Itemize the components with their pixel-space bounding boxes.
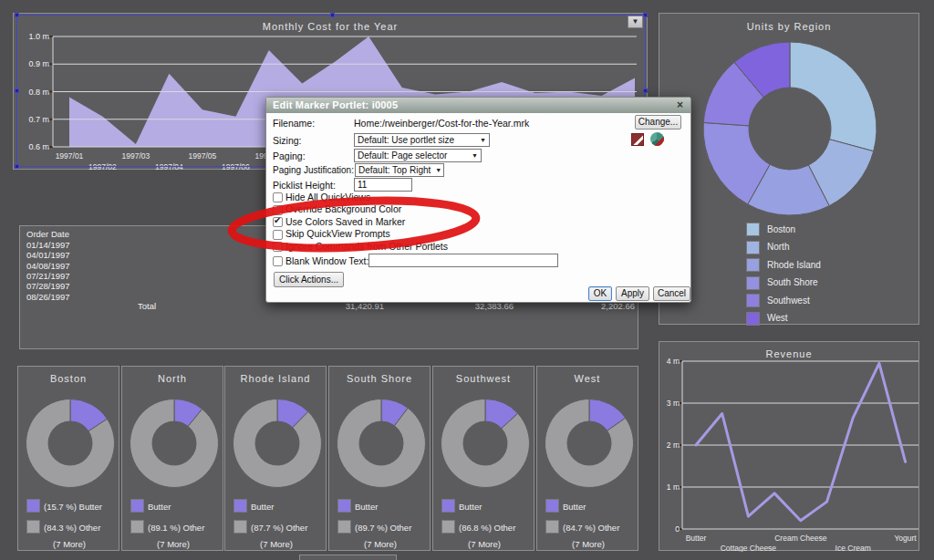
dialog-title: Edit Marker Portlet: i0005 [273, 99, 398, 110]
tab-units-of-butter-sold[interactable]: Units of Butter Sold [299, 555, 397, 560]
portlet-menu-button[interactable]: ▼ [628, 16, 643, 28]
paging-select[interactable]: Default: Page selector ▼ [354, 149, 482, 162]
legend-swatch-butter [545, 499, 559, 513]
legend-swatch [746, 223, 760, 236]
paging-justification-selected-value: Default: Top Right [358, 164, 431, 176]
svg-text:Ice Cream: Ice Cream [835, 544, 871, 552]
chart-title: Southwest [433, 373, 534, 384]
checkbox-label: Hide All QuickViews [285, 192, 370, 202]
legend-swatch-other [337, 520, 351, 534]
dashboard-page: 0.6 m0.7 m0.8 m0.9 m1.0 m1997/011997/021… [0, 0, 934, 560]
chart-title: South Shore [329, 373, 430, 384]
blank-window-checkbox[interactable] [273, 256, 283, 266]
svg-text:Butter: Butter [686, 534, 707, 543]
legend-swatch [746, 258, 760, 272]
paging-justification-select[interactable]: Default: Top Right ▼ [355, 163, 444, 177]
dropdown-caret-icon: ▼ [435, 164, 441, 176]
legend-label: North [767, 242, 789, 252]
legend-swatch [746, 312, 760, 326]
apply-button[interactable]: Apply [616, 286, 649, 301]
legend-label-butter: Butter [459, 502, 482, 512]
filename-label: Filename: [273, 118, 315, 129]
legend-swatch-other [441, 520, 455, 534]
no-fill-swatch-icon[interactable] [631, 133, 644, 146]
selection-handle[interactable] [15, 88, 19, 93]
selection-handle[interactable] [643, 13, 648, 17]
table-row: 07/21/1997 [26, 271, 70, 281]
legend-swatch-other [234, 520, 247, 534]
legend-more-label: (7 More) [225, 539, 327, 549]
butter-donut-portlet: Rhode IslandButter(87.7 %) Other(7 More) [224, 366, 327, 551]
legend-label-other: (89.1 %) Other [148, 523, 204, 533]
dropdown-caret-icon: ▼ [480, 134, 486, 146]
cancel-button[interactable]: Cancel [653, 286, 690, 301]
butter-donut-chart [122, 391, 224, 495]
legend-swatch [746, 276, 760, 290]
legend-more-label: (7 More) [122, 539, 224, 549]
change-button[interactable]: Change... [635, 115, 681, 130]
checkbox-label: Ignore Commands from Other Portlets [285, 241, 448, 252]
dialog-checkbox[interactable] [273, 192, 283, 202]
legend-swatch-other [130, 520, 144, 534]
table-row: 01/14/1997 [26, 240, 70, 250]
filename-value: Home:/rweinberger/Cost-for-the-Year.mrk [354, 118, 529, 129]
legend-label-other: (87.7 %) Other [251, 523, 307, 533]
dialog-checkbox[interactable] [273, 217, 283, 227]
legend-label-butter: Butter [355, 502, 378, 512]
legend-more-label: (7 More) [537, 539, 639, 549]
butter-donut-chart [329, 391, 431, 495]
click-actions-button[interactable]: Click Actions... [274, 272, 344, 287]
legend-label-other: (84.7 %) Other [563, 523, 619, 533]
blank-window-text-input[interactable] [368, 254, 558, 267]
chart-title: North [122, 373, 223, 384]
selection-handle[interactable] [15, 13, 19, 17]
blank-window-label: Blank Window Text: [285, 255, 368, 266]
sizing-select[interactable]: Default: Use portlet size ▼ [354, 133, 490, 147]
disabled-pie-icon[interactable] [650, 132, 664, 146]
paging-selected-value: Default: Page selector [358, 150, 447, 161]
revenue-line-chart: 01 m2 m3 m4 mButterCottage CheeseCream C… [659, 342, 920, 552]
chart-title: Revenue [659, 348, 918, 359]
legend-label: South Shore [767, 277, 818, 287]
legend-label-butter: (15.7 %) Butter [44, 502, 102, 512]
svg-text:0: 0 [675, 524, 680, 534]
svg-text:1 m: 1 m [667, 482, 680, 492]
svg-text:Cottage Cheese: Cottage Cheese [721, 544, 777, 552]
legend-swatch-other [26, 520, 40, 534]
sizing-selected-value: Default: Use portlet size [358, 134, 454, 146]
chevron-down-icon: ▼ [632, 17, 639, 26]
close-icon[interactable]: × [677, 99, 683, 111]
chart-title: Rhode Island [225, 373, 326, 384]
legend-swatch [746, 294, 760, 307]
legend-swatch-butter [441, 499, 455, 513]
picklist-height-label: Picklist Height: [273, 180, 336, 191]
legend-swatch-other [545, 520, 559, 534]
selection-handle[interactable] [15, 164, 19, 169]
legend-swatch-butter [130, 499, 144, 513]
dialog-checkbox[interactable] [273, 242, 283, 252]
dialog-checkbox[interactable] [273, 230, 283, 240]
legend-label: Southwest [767, 296, 810, 306]
column-header: Order Date [26, 229, 69, 239]
table-row: 04/01/1997 [26, 250, 70, 260]
selection-handle[interactable] [643, 88, 648, 93]
checkbox-label: Use Colors Saved in Marker [285, 216, 405, 227]
units-by-region-portlet: Units by Region BostonNorthRhode IslandS… [659, 13, 919, 325]
edit-marker-portlet-dialog: Edit Marker Portlet: i0005 × Filename: H… [265, 97, 691, 303]
selection-handle[interactable] [330, 13, 335, 17]
picklist-height-input[interactable] [354, 178, 412, 192]
butter-donut-chart [18, 391, 120, 495]
legend-label: Rhode Island [767, 260, 821, 270]
chart-title: Units by Region [659, 21, 918, 32]
dialog-titlebar: Edit Marker Portlet: i0005 × [266, 98, 690, 113]
dialog-checkbox[interactable] [273, 205, 283, 215]
butter-donut-portlet: NorthButter(89.1 %) Other(7 More) [121, 366, 223, 551]
butter-donut-portlet: Boston(15.7 %) Butter(84.3 %) Other(7 Mo… [17, 366, 119, 551]
legend-more-label: (7 More) [329, 539, 431, 549]
ok-button[interactable]: OK [588, 286, 612, 301]
legend-label-butter: Butter [563, 502, 586, 512]
revenue-portlet: 01 m2 m3 m4 mButterCottage CheeseCream C… [659, 341, 919, 551]
legend-more-label: (7 More) [18, 539, 120, 549]
legend-swatch [746, 241, 760, 254]
legend-label: West [767, 313, 788, 323]
